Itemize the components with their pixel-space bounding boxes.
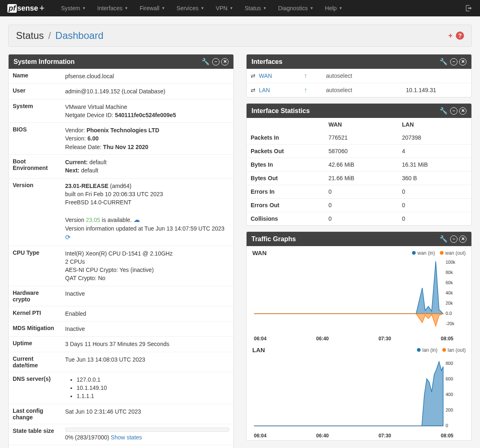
minimize-icon[interactable]: – (212, 58, 220, 66)
stats-row: Bytes Out21.66 MiB360 B (247, 172, 471, 185)
row-bootenv: Boot Environment Current: defaultNext: d… (9, 155, 233, 179)
close-icon[interactable]: ✕ (459, 235, 466, 243)
cloud-download-icon[interactable]: ☁ (134, 216, 140, 223)
nav-system[interactable]: System▼ (55, 5, 92, 11)
caret-down-icon: ▼ (229, 6, 233, 10)
nav-firewall[interactable]: Firewall▼ (134, 5, 171, 11)
close-icon[interactable]: ✕ (459, 107, 466, 115)
panel-system-information: System Information 🔧 – ✕ Namepfsense.clo… (8, 54, 234, 448)
nav-services[interactable]: Services▼ (171, 5, 210, 11)
row-hwcrypto: Hardware cryptoInactive (9, 286, 233, 306)
legend-dot-out-icon (442, 348, 446, 352)
nav-status[interactable]: Status▼ (239, 5, 272, 11)
row-user: Useradmin@10.1.149.152 (Local Database) (9, 84, 233, 99)
network-icon: ⇄ (251, 72, 256, 79)
svg-text:40k: 40k (446, 290, 453, 295)
refresh-icon[interactable]: ⟳ (65, 234, 70, 241)
row-datetime: Current date/timeTue Jun 13 14:08:03 UTC… (9, 352, 233, 372)
row-system: System VMware Virtual MachineNetgate Dev… (9, 99, 233, 123)
svg-text:-20k: -20k (446, 321, 455, 326)
row-mds: MDS MitigationInactive (9, 321, 233, 337)
row-name: Namepfsense.cloud.local (9, 69, 233, 84)
panel-title: System Information (14, 58, 202, 66)
wrench-icon[interactable]: 🔧 (439, 58, 448, 66)
iface-name[interactable]: LAN (259, 87, 304, 93)
row-lastcfg: Last config changeSat Jun 10 2:31:46 UTC… (9, 404, 233, 424)
logo[interactable]: pfsense+ (7, 3, 45, 14)
caret-down-icon: ▼ (339, 6, 342, 10)
row-cpu: CPU Type Intel(R) Xeon(R) CPU D-1541 @ 2… (9, 246, 233, 286)
add-widget-icon[interactable]: + (448, 32, 453, 40)
panel-title: Interface Statistics (251, 107, 439, 115)
panel-title: Interfaces (251, 58, 439, 66)
graph-wan: WAN wan (in) wan (out) 100k 80k 60k 40k … (247, 246, 471, 343)
row-version: Version 23.01-RELEASE (amd64)built on Fr… (9, 178, 233, 246)
logout-icon[interactable] (465, 5, 473, 12)
logo-pf: pf (7, 4, 17, 13)
iface-row-lan[interactable]: ⇄ LAN ↑ autoselect 10.1.149.31 (247, 83, 471, 97)
stats-row: Packets Out5870604 (247, 145, 471, 158)
row-bios: BIOS Vendor: Phoenix Technologies LTDVer… (9, 123, 233, 155)
panel-title: Traffic Graphs (251, 235, 439, 243)
svg-text:60k: 60k (446, 280, 453, 285)
nav-interfaces[interactable]: Interfaces▼ (92, 5, 134, 11)
svg-text:200: 200 (446, 407, 453, 412)
caret-down-icon: ▼ (201, 6, 204, 10)
row-dns: DNS server(s) 127.0.0.110.1.149.101.1.1.… (9, 372, 233, 404)
network-icon: ⇄ (251, 87, 256, 93)
svg-text:400: 400 (446, 392, 453, 397)
graph-lan: LAN lan (in) lan (out) 800 600 400 200 0 (247, 343, 471, 440)
lan-chart: 800 600 400 200 0 (252, 354, 457, 432)
svg-text:800: 800 (446, 361, 453, 366)
legend-dot-in-icon (412, 251, 416, 255)
caret-down-icon: ▼ (125, 6, 128, 10)
svg-text:0: 0 (446, 423, 448, 428)
nav-help[interactable]: Help▼ (319, 5, 348, 11)
legend-dot-in-icon (417, 348, 421, 352)
row-uptime: Uptime3 Days 11 Hours 37 Minutes 29 Seco… (9, 337, 233, 352)
arrow-up-icon: ↑ (304, 72, 326, 79)
caret-down-icon: ▼ (161, 6, 165, 10)
iface-row-wan[interactable]: ⇄ WAN ↑ autoselect (247, 69, 471, 83)
stats-row: Errors In00 (247, 185, 471, 199)
wrench-icon[interactable]: 🔧 (439, 107, 448, 115)
wan-chart: 100k 80k 60k 40k 20k 0.0 -20k (252, 257, 457, 335)
caret-down-icon: ▼ (263, 6, 267, 10)
svg-text:80k: 80k (446, 270, 453, 275)
iface-name[interactable]: WAN (259, 72, 304, 79)
row-state: State table size 0% (283/197000) Show st… (9, 424, 233, 445)
svg-text:0.0: 0.0 (446, 311, 452, 316)
panel-traffic-graphs: Traffic Graphs 🔧–✕ WAN wan (in) wan (out… (246, 231, 472, 441)
breadcrumb-root: Status (16, 30, 44, 41)
svg-text:600: 600 (446, 376, 453, 381)
help-icon[interactable]: ? (456, 32, 464, 40)
caret-down-icon: ▼ (310, 6, 313, 10)
minimize-icon[interactable]: – (450, 107, 457, 115)
panel-interface-statistics: Interface Statistics 🔧–✕ WAN LAN Packets… (246, 103, 472, 226)
row-mbuf: MBUF Usage 0% (4318/1000000) (9, 445, 233, 448)
minimize-icon[interactable]: – (450, 58, 457, 66)
wrench-icon[interactable]: 🔧 (439, 235, 448, 243)
svg-text:100k: 100k (446, 260, 455, 265)
close-icon[interactable]: ✕ (459, 58, 466, 66)
panel-interfaces: Interfaces 🔧–✕ ⇄ WAN ↑ autoselect ⇄ LAN … (246, 54, 472, 97)
legend-dot-out-icon (440, 251, 444, 255)
svg-text:20k: 20k (446, 301, 453, 305)
show-states-link[interactable]: Show states (111, 434, 142, 441)
stats-row: Packets In776521207398 (247, 131, 471, 145)
nav-vpn[interactable]: VPN▼ (210, 5, 239, 11)
version-link[interactable]: 23.05 (86, 217, 100, 223)
top-navbar: pfsense+ System▼ Interfaces▼ Firewall▼ S… (0, 0, 480, 16)
page-header: Status / Dashboard + ? (8, 25, 472, 47)
arrow-up-icon: ↑ (304, 86, 326, 94)
caret-down-icon: ▼ (82, 6, 86, 10)
wrench-icon[interactable]: 🔧 (202, 58, 210, 66)
close-icon[interactable]: ✕ (221, 58, 229, 66)
minimize-icon[interactable]: – (450, 235, 457, 243)
breadcrumb: Status / Dashboard (16, 30, 103, 41)
breadcrumb-active[interactable]: Dashboard (55, 30, 103, 41)
row-kpti: Kernel PTIEnabled (9, 306, 233, 321)
nav-diagnostics[interactable]: Diagnostics▼ (272, 5, 319, 11)
stats-row: Bytes In42.66 MiB16.31 MiB (247, 158, 471, 172)
state-progress (65, 428, 229, 432)
